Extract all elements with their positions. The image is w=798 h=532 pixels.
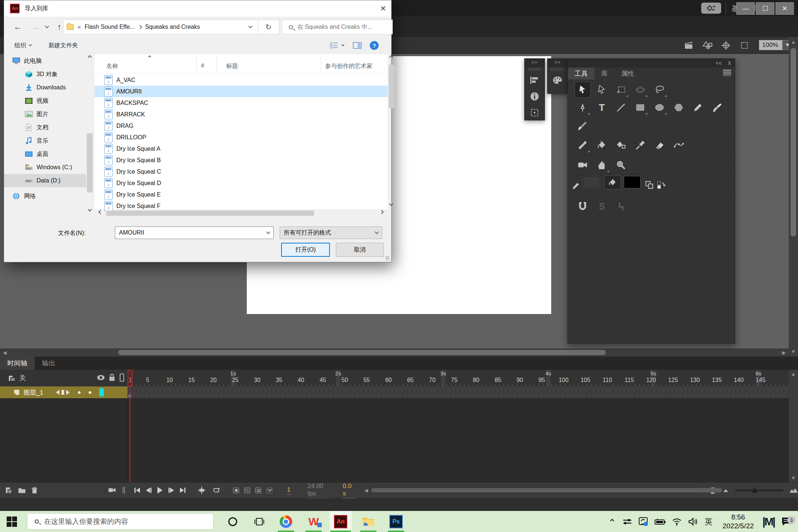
next-keyframe-icon[interactable] xyxy=(66,390,70,395)
color-panel-button[interactable] xyxy=(548,72,567,88)
edit-scene-icon[interactable] xyxy=(683,40,695,51)
column-number[interactable]: # xyxy=(201,62,204,69)
bone-tool[interactable] xyxy=(574,137,591,153)
scroll-left-icon[interactable]: ◀ xyxy=(3,350,7,355)
scroll-down-icon[interactable]: ▼ xyxy=(791,349,796,354)
file-row[interactable]: AMOURII xyxy=(95,86,388,97)
lasso-tool[interactable] xyxy=(651,82,668,98)
oval-tool[interactable] xyxy=(651,99,668,116)
taskbar-wps[interactable]: W xyxy=(303,511,325,532)
timeline-scroll-left-icon[interactable]: ◀ xyxy=(364,488,368,493)
sidebar-item[interactable]: 图片 xyxy=(4,108,86,121)
scroll-up-icon[interactable] xyxy=(389,55,393,59)
taskbar-chrome[interactable] xyxy=(275,511,297,532)
zoom-out-frames-icon[interactable] xyxy=(723,488,729,492)
resize-grip[interactable] xyxy=(385,256,390,260)
file-row[interactable]: Dry Ice Squeal D xyxy=(95,177,388,189)
file-row[interactable]: BACKSPAC xyxy=(95,97,388,109)
breadcrumb-parent[interactable]: Flash Sound Effe... xyxy=(85,24,135,30)
onion-skin-icon[interactable] xyxy=(233,488,239,493)
frame-rate-value[interactable]: 24.00 fps xyxy=(308,482,332,498)
clip-content-icon[interactable] xyxy=(738,40,751,51)
layer-row-header[interactable]: 图层_1 xyxy=(0,386,127,398)
file-row[interactable]: Dry Ice Squeal B xyxy=(95,154,388,166)
file-row[interactable]: DRAG xyxy=(95,120,388,132)
sidebar-item[interactable]: 音乐 xyxy=(4,134,86,147)
tray-sync[interactable] xyxy=(636,511,651,532)
go-to-first-frame-button[interactable] xyxy=(134,488,140,493)
file-row[interactable]: Dry Ice Squeal E xyxy=(95,189,388,200)
tray-input-method[interactable]: |M| xyxy=(760,511,777,532)
scroll-right-icon[interactable] xyxy=(379,210,383,214)
collapse-panel-button[interactable]: << xyxy=(716,60,722,66)
scrollbar-thumb[interactable] xyxy=(87,133,93,192)
back-button[interactable]: ← xyxy=(14,22,22,32)
stroke-color-swatch[interactable] xyxy=(583,176,600,188)
column-name[interactable]: 名称 xyxy=(106,62,118,70)
timeline-horizontal-scrollbar[interactable] xyxy=(370,488,701,493)
open-button[interactable]: 打开(O) xyxy=(281,243,330,257)
tray-show-hidden-icons[interactable] xyxy=(607,511,618,532)
tray-battery[interactable] xyxy=(652,511,668,532)
dialog-titlebar[interactable]: An 导入到库 xyxy=(4,0,391,17)
details-view-icon[interactable] xyxy=(330,42,338,49)
center-playhead-button[interactable] xyxy=(198,487,205,494)
layer-visible-dot[interactable] xyxy=(78,391,81,394)
column-divider[interactable] xyxy=(196,57,197,71)
layer-outline-color-swatch[interactable] xyxy=(99,388,104,396)
forward-button[interactable]: → xyxy=(31,22,40,32)
play-button[interactable] xyxy=(157,487,163,494)
list-horizontal-scrollbar[interactable] xyxy=(95,209,388,217)
playhead-marker[interactable] xyxy=(127,370,133,386)
pencil-tool[interactable] xyxy=(690,99,706,116)
column-title[interactable]: 标题 xyxy=(226,62,238,70)
loop-playback-icon[interactable] xyxy=(212,487,220,494)
scroll-right-icon[interactable]: ▶ xyxy=(782,350,786,355)
stage-zoom-select[interactable]: 100% xyxy=(759,40,782,50)
file-row[interactable]: DRILLOOP xyxy=(95,132,388,143)
sidebar-scrollbar[interactable] xyxy=(86,54,94,215)
modify-markers-icon[interactable] xyxy=(266,488,272,493)
organize-menu[interactable]: 组织 xyxy=(14,42,31,50)
stage-vertical-scrollbar[interactable]: ▲ ▼ xyxy=(789,37,798,357)
free-transform-tool[interactable] xyxy=(613,82,629,98)
pen-tool[interactable] xyxy=(574,99,591,116)
scroll-down-icon[interactable]: ▼ xyxy=(791,475,796,481)
sidebar-item[interactable]: Downloads xyxy=(4,81,86,94)
maximize-button[interactable]: ☐ xyxy=(756,2,774,15)
tray-mixer[interactable] xyxy=(621,511,634,532)
format-select[interactable]: 所有可打开的格式 xyxy=(280,226,382,239)
zoom-in-frames-icon[interactable] xyxy=(789,487,798,493)
taskbar-animate[interactable]: An xyxy=(330,511,352,532)
task-view-button[interactable] xyxy=(248,511,270,532)
rotation-3d-tool[interactable] xyxy=(632,82,648,98)
line-tool[interactable] xyxy=(613,99,629,116)
taskbar-photoshop[interactable]: Ps xyxy=(385,511,407,532)
taskbar-search[interactable]: 在这里输入你要搜索的内容 xyxy=(27,513,214,530)
text-tool[interactable]: T xyxy=(594,99,610,116)
tab-output[interactable]: 输出 xyxy=(35,357,63,370)
edit-symbols-icon[interactable] xyxy=(701,40,714,51)
minimize-button[interactable]: — xyxy=(736,2,755,15)
panel-menu-icon[interactable] xyxy=(723,70,731,76)
start-button[interactable] xyxy=(7,516,17,527)
breadcrumb-overflow[interactable]: « xyxy=(78,24,81,30)
file-row[interactable]: A_VAC xyxy=(95,74,388,86)
classic-brush-tool[interactable] xyxy=(574,117,591,133)
camera-toggle-icon[interactable] xyxy=(108,487,116,494)
dock-grip[interactable] xyxy=(528,68,541,71)
sidebar-item[interactable]: 视频 xyxy=(4,94,86,108)
tab-properties[interactable]: 属性 xyxy=(614,68,641,79)
sync-settings-button[interactable] xyxy=(701,3,721,14)
scrollbar-thumb[interactable] xyxy=(791,48,796,236)
playhead-grabber[interactable] xyxy=(61,389,65,395)
default-colors-button[interactable] xyxy=(644,177,655,193)
brush-tool[interactable] xyxy=(709,99,725,116)
sidebar-item[interactable]: 文档 xyxy=(4,121,86,134)
file-row[interactable]: BARRACK xyxy=(95,109,388,120)
column-artists[interactable]: 参与创作的艺术家 xyxy=(325,62,372,70)
refresh-button[interactable]: ↻ xyxy=(258,20,279,34)
close-button[interactable]: ✕ xyxy=(775,2,794,15)
current-frame-value[interactable]: 1 xyxy=(287,486,290,495)
up-button[interactable]: ↑ xyxy=(57,22,61,32)
